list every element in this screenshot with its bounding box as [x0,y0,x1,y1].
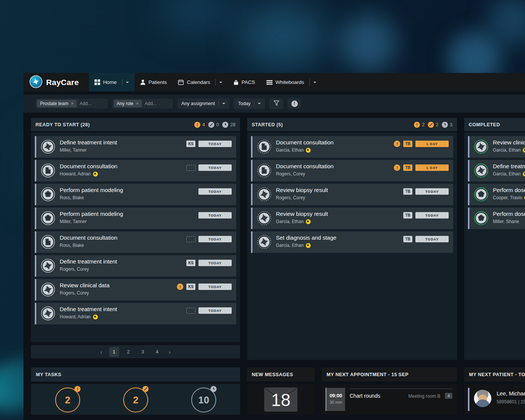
my-tasks-urgent-circle[interactable]: 2 ! [55,387,80,412]
task-patient: Ross, Blake [60,195,84,200]
filter-chip-label: Any role [117,101,133,106]
filter-chip-label: Prostate team [40,101,68,106]
status-count-value: 2 [422,122,424,127]
task-card[interactable]: Define treatment intent Howard, Adrian T… [35,303,236,324]
nav-item-pacs[interactable]: PACS [228,73,261,91]
due-date-button[interactable]: TODAY [415,188,449,195]
task-patient: Rogers, Corey [276,171,305,177]
due-date-button[interactable]: TODAY [198,212,232,219]
due-date-button[interactable]: TODAY [198,164,232,171]
task-card[interactable]: Review clinical data Garcia, Ethan [468,136,525,158]
task-badges: TODAY [186,236,232,242]
patient-card[interactable]: Lee, Michael 58958601 | 23 Jul [464,384,525,415]
task-card[interactable]: Document consultation Garcia, Ethan !TB1… [251,136,453,158]
swirl-task-icon [41,282,55,297]
unassigned-badge [186,308,195,314]
task-badges: TBTODAY [403,188,449,195]
chevron-down-icon[interactable] [126,82,129,83]
pagination-page-1[interactable]: 1 [109,347,119,357]
status-count-value: 2 [436,122,438,127]
nav-item-label: Whiteboards [276,79,304,85]
task-card[interactable]: Review biopsy result Rogers, Corey TBTOD… [251,184,453,205]
filter-add-input[interactable] [79,101,106,107]
task-card[interactable]: Document consultation Howard, Adrian TOD… [35,160,236,181]
task-card[interactable]: Document consultation Ross, Blake TODAY [35,231,236,253]
task-card[interactable]: Perform patient modeling Ross, Blake TOD… [35,184,236,205]
filter-dropdown-today[interactable]: Today [234,98,265,109]
unassigned-badge [186,236,195,242]
due-date-button[interactable]: TODAY [415,236,449,242]
pagination-next[interactable]: › [167,349,173,355]
filter-add-input[interactable] [144,101,171,107]
pagination-page-4[interactable]: 4 [152,347,162,357]
due-date-button[interactable]: TODAY [198,141,232,147]
task-card[interactable]: Perform dose planning Cooper, Travis [468,184,525,205]
chevron-down-icon[interactable] [313,82,316,83]
close-icon[interactable]: × [136,101,139,106]
waiting-icon [211,386,217,392]
assignee-badge: TB [403,164,412,171]
task-card[interactable]: Review clinical data Rogers, Corey !KSTO… [35,279,236,301]
swirl-task-icon [474,139,488,154]
task-patient: Miller, Tanner [60,219,87,224]
urgent-icon: ! [394,164,400,171]
nav-item-patients[interactable]: Patients [135,73,173,91]
due-date-button[interactable]: TODAY [198,188,232,195]
pagination-page-2[interactable]: 2 [124,347,133,357]
nav-item-calendars[interactable]: Calendars [172,73,228,91]
task-patient: Miller, Tanner [60,147,87,153]
task-badges: TBTODAY [403,212,449,219]
due-date-button[interactable]: 1 DAY [415,141,449,147]
close-icon[interactable]: × [71,101,74,106]
filter-chip[interactable]: Any role × [114,100,142,107]
appointment-duration: 30 min [327,400,345,405]
my-tasks-in-progress-circle[interactable]: 2 [123,387,148,412]
chevron-down-icon[interactable] [258,103,261,104]
task-title: Review biopsy result [276,211,328,217]
chevron-down-icon[interactable] [222,103,225,104]
task-card[interactable]: Define treatment intent Rogers, Corey KS… [35,255,236,277]
task-card[interactable]: Define treatment intent Miller, Tanner K… [35,136,236,158]
urgent-icon: ! [194,122,200,128]
nav-item-whiteboards[interactable]: Whiteboards [261,73,322,91]
divider [122,79,122,86]
patient-name-text: Howard, Adrian [60,314,91,319]
task-card[interactable]: Define treatment intent Garcia, Ethan [468,160,525,181]
patient-name-text: Cooper, Travis [493,195,522,200]
chevron-down-icon[interactable] [219,82,222,83]
filter-chip[interactable]: Prostate team × [37,100,77,107]
nav-item-home[interactable]: Home [89,73,135,91]
task-card[interactable]: Perform patient modeling Miller, Tanner … [35,208,236,229]
pagination-prev[interactable]: ‹ [98,349,105,355]
envelope-icon[interactable]: 18 [264,387,297,412]
due-date-button[interactable]: TODAY [415,212,449,219]
task-patient: Garcia, Ethan [276,147,311,153]
column-counts: ! 2 2 3 [414,122,452,128]
pagination-page-3[interactable]: 3 [138,347,148,357]
task-patient: Garcia, Ethan [493,147,525,153]
column-header: COMPLETED [464,118,525,131]
assignee-badge: KS [186,260,195,266]
status-count: ! 4 [194,122,205,128]
patient-marker-icon [523,148,525,153]
task-patient: Howard, Adrian [60,171,98,177]
due-date-button[interactable]: TODAY [198,307,232,314]
blob-task-icon [41,211,55,225]
urgent-alert-button[interactable]: ! [288,98,301,109]
appointment-card[interactable]: 09:00 30 min Chart rounds Meeting room B… [322,384,457,415]
task-card[interactable]: Review biopsy result Garcia, Ethan TBTOD… [251,208,453,229]
due-date-button[interactable]: TODAY [198,260,232,266]
filter-funnel-button[interactable] [269,98,283,109]
task-badges: KSTODAY [186,260,232,266]
due-date-button[interactable]: TODAY [198,236,232,242]
due-date-button[interactable]: TODAY [198,284,232,290]
task-card[interactable]: Set diagnosis and stage Garcia, Ethan TB… [251,231,453,253]
due-date-button[interactable]: 1 DAY [415,164,449,171]
status-count: 0 [208,122,219,128]
my-tasks-waiting-circle[interactable]: 10 [191,387,216,412]
task-card[interactable]: Document consultation Rogers, Corey !TB1… [251,160,453,181]
task-badges: TODAY [198,188,232,195]
urgent-icon: ! [177,284,183,290]
task-card[interactable]: Perform dose planning Miller, Shane [468,208,525,229]
filter-dropdown-any-assignment[interactable]: Any assignment [177,98,229,109]
